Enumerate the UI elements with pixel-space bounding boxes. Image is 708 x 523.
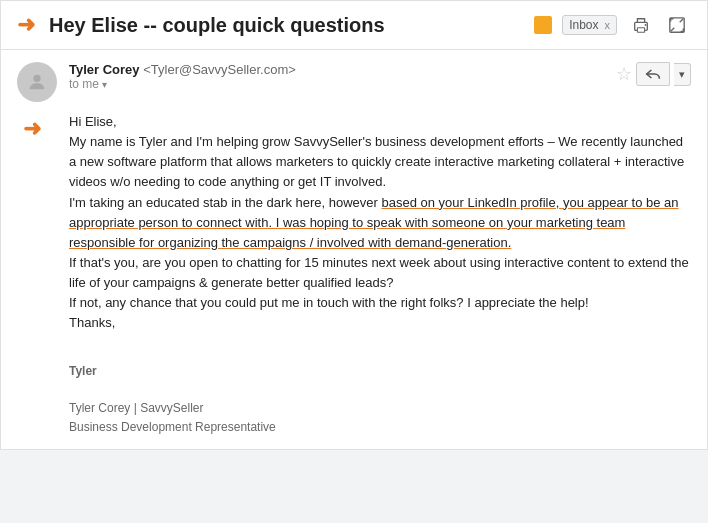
- reply-dropdown-button[interactable]: ▾: [674, 63, 691, 86]
- thanks-line: Thanks,: [69, 313, 691, 333]
- label-tag-icon[interactable]: [534, 16, 552, 34]
- subject-arrow-icon: ➜: [17, 12, 35, 38]
- reply-button[interactable]: [636, 62, 670, 86]
- sender-name: Tyler Corey: [69, 62, 140, 77]
- greeting: Hi Elise,: [69, 112, 691, 132]
- svg-point-4: [33, 75, 40, 82]
- signature: Tyler Tyler Corey | SavvySeller Business…: [69, 344, 691, 437]
- linkedin-underline: based on your LinkedIn profile, you appe…: [69, 195, 679, 250]
- header-icons: [627, 11, 691, 39]
- body-paragraph-3: If that's you, are you open to chatting …: [69, 253, 691, 293]
- message-meta: Tyler Corey <Tyler@SavvySeller.com> to m…: [17, 62, 691, 102]
- body-arrow-icon: ➜: [23, 112, 41, 146]
- to-dropdown-icon[interactable]: ▾: [102, 79, 107, 90]
- message-wrapper: Tyler Corey <Tyler@SavvySeller.com> to m…: [1, 50, 707, 449]
- sender-info: Tyler Corey <Tyler@SavvySeller.com> to m…: [69, 62, 604, 91]
- sender-email: <Tyler@SavvySeller.com>: [143, 62, 296, 77]
- svg-point-2: [645, 24, 647, 26]
- avatar: [17, 62, 57, 102]
- star-icon[interactable]: ☆: [616, 63, 632, 85]
- expand-button[interactable]: [663, 11, 691, 39]
- inbox-label: Inbox: [569, 18, 598, 32]
- sig-name: Tyler: [69, 362, 691, 381]
- svg-rect-1: [637, 28, 644, 33]
- body-paragraph-4: If not, any chance that you could put me…: [69, 293, 691, 313]
- message-body: ➜ Hi Elise, My name is Tyler and I'm hel…: [69, 112, 691, 437]
- email-header: ➜ Hey Elise -- couple quick questions In…: [1, 1, 707, 50]
- email-container: ➜ Hey Elise -- couple quick questions In…: [0, 0, 708, 450]
- sig-company: Tyler Corey | SavvySeller: [69, 399, 691, 418]
- body-paragraph-2: I'm taking an educated stab in the dark …: [69, 193, 691, 253]
- to-me-label: to me ▾: [69, 77, 604, 91]
- inbox-badge[interactable]: Inbox x: [562, 15, 617, 35]
- meta-actions: ☆ ▾: [616, 62, 691, 86]
- body-paragraph-1: My name is Tyler and I'm helping grow Sa…: [69, 132, 691, 192]
- sig-title: Business Development Representative: [69, 418, 691, 437]
- email-subject: Hey Elise -- couple quick questions: [49, 14, 518, 37]
- print-button[interactable]: [627, 11, 655, 39]
- inbox-close-button[interactable]: x: [605, 19, 611, 31]
